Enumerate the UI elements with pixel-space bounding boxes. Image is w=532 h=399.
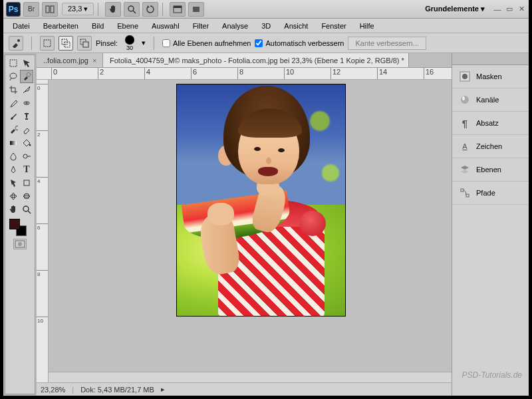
rotate-view-shortcut[interactable] (142, 2, 158, 17)
hand-tool-shortcut[interactable] (105, 2, 121, 17)
refine-edge-button[interactable]: Kante verbessern... (348, 37, 426, 50)
menu-ebene[interactable]: Ebene (110, 20, 145, 32)
document-tabs: ..folia.com.jpg× Fotolia_4004759_M© maks… (37, 53, 452, 68)
healing-tool[interactable] (20, 96, 33, 110)
maximize-button[interactable]: ▭ (505, 5, 514, 14)
zoom-tool-shortcut[interactable] (124, 2, 140, 17)
panel-tabstrip[interactable] (452, 53, 529, 65)
workspace-switcher[interactable]: Grundelemente ▾ (425, 5, 485, 13)
workspace: T ..folia.com.jpg× (3, 53, 529, 396)
pen-tool[interactable] (7, 163, 20, 176)
status-menu-arrow[interactable]: ▸ (161, 385, 165, 394)
screen-mode-button[interactable] (170, 2, 186, 17)
panel-zeichen[interactable]: A Zeichen (452, 135, 529, 158)
type-tool[interactable]: T (20, 163, 33, 176)
svg-rect-23 (24, 180, 29, 186)
svg-point-25 (12, 193, 15, 200)
document-tab-active[interactable]: Fotolia_4004759_M© maks_photo - Fotolia.… (103, 53, 409, 67)
blur-tool[interactable] (7, 150, 20, 163)
status-bar: 23,28% | Dok: 5,43 MB/21,7 MB ▸ (37, 382, 452, 396)
svg-rect-13 (10, 60, 17, 66)
3d-orbit-tool[interactable] (20, 190, 33, 203)
brush-size-value: 30 (126, 45, 133, 51)
slice-tool[interactable] (20, 83, 33, 96)
quick-mask-toggle[interactable] (13, 239, 27, 249)
svg-point-26 (24, 194, 29, 199)
status-docsize: 5,43 MB/21,7 MB (98, 386, 154, 394)
svg-point-14 (10, 73, 17, 78)
menu-ansicht[interactable]: Ansicht (277, 20, 315, 32)
panel-absatz[interactable]: ¶ Absatz (452, 112, 529, 135)
eyedropper-tool[interactable] (7, 96, 20, 110)
menu-filter[interactable]: Filter (186, 20, 215, 32)
vertical-ruler: 0 2 4 6 8 10 (37, 80, 49, 382)
dodge-tool[interactable] (20, 150, 33, 163)
subtract-selection-button[interactable] (77, 36, 92, 51)
panel-masken[interactable]: Masken (452, 65, 529, 88)
brush-tool[interactable] (7, 110, 20, 123)
sample-all-layers-checkbox[interactable]: Alle Ebenen aufnehmen (162, 39, 251, 47)
svg-point-34 (461, 96, 469, 104)
3d-rotate-tool[interactable] (7, 190, 20, 203)
brush-picker[interactable]: Pinsel: 30 ▾ (96, 35, 146, 51)
close-icon[interactable]: × (408, 57, 409, 65)
svg-rect-5 (174, 6, 182, 8)
document-area: ..folia.com.jpg× Fotolia_4004759_M© maks… (37, 53, 452, 396)
menu-bearbeiten[interactable]: Bearbeiten (37, 20, 85, 32)
bucket-tool[interactable] (20, 136, 33, 150)
svg-point-2 (128, 6, 134, 11)
menu-datei[interactable]: Datei (6, 20, 37, 32)
add-selection-button[interactable] (59, 36, 73, 51)
quick-select-tool[interactable] (20, 70, 33, 83)
close-button[interactable]: ✕ (517, 5, 526, 14)
close-icon[interactable]: × (92, 57, 96, 65)
stamp-tool[interactable] (20, 110, 33, 123)
shape-tool[interactable] (20, 176, 33, 190)
menu-auswahl[interactable]: Auswahl (145, 20, 186, 32)
auto-enhance-checkbox[interactable]: Automatisch verbessern (255, 39, 344, 47)
menu-3d[interactable]: 3D (255, 20, 277, 32)
tool-preset-picker[interactable] (9, 36, 23, 51)
minimize-button[interactable]: — (493, 5, 502, 14)
status-zoom[interactable]: 23,28% (41, 386, 65, 394)
paths-icon (459, 187, 471, 199)
svg-point-20 (29, 144, 31, 146)
panel-pfade[interactable]: Pfade (452, 182, 529, 205)
move-tool[interactable] (20, 57, 33, 70)
gradient-tool[interactable] (7, 136, 20, 150)
history-brush-tool[interactable] (7, 123, 20, 136)
bridge-button[interactable]: Br (23, 2, 39, 17)
document-tab[interactable]: ..folia.com.jpg× (37, 53, 103, 67)
brush-label: Pinsel: (96, 39, 118, 47)
svg-rect-6 (193, 7, 200, 12)
menu-bild[interactable]: Bild (85, 20, 110, 32)
new-selection-button[interactable] (40, 36, 55, 51)
svg-rect-1 (51, 6, 54, 13)
marquee-tool[interactable] (7, 57, 20, 70)
panel-kanaele[interactable]: Kanäle (452, 88, 529, 112)
menu-fenster[interactable]: Fenster (315, 20, 352, 32)
eraser-tool[interactable] (20, 123, 33, 136)
svg-point-7 (17, 39, 20, 42)
menu-hilfe[interactable]: Hilfe (353, 20, 381, 32)
foreground-color-swatch[interactable] (9, 219, 20, 229)
crop-tool[interactable] (7, 83, 20, 96)
title-bar: Ps Br 23,3 ▾ Grundelemente ▾ — ▭ ✕ (3, 0, 529, 19)
canvas[interactable] (176, 84, 346, 317)
svg-rect-0 (46, 6, 49, 13)
lasso-tool[interactable] (7, 70, 20, 83)
extras-button[interactable] (188, 2, 204, 17)
toolbox: T (5, 55, 35, 394)
panels-sidebar: Masken Kanäle ¶ Absatz A Zeichen Ebenen … (452, 53, 529, 396)
color-swatches[interactable] (7, 219, 33, 237)
canvas-area[interactable]: 0 2 4 6 8 10 (37, 80, 452, 382)
zoom-percent-dropdown[interactable]: 23,3 ▾ (62, 3, 94, 15)
svg-point-28 (23, 206, 29, 211)
horizontal-scrollbar[interactable] (49, 372, 452, 382)
hand-tool[interactable] (7, 203, 20, 216)
panel-ebenen[interactable]: Ebenen (452, 158, 529, 182)
path-select-tool[interactable] (7, 176, 20, 190)
zoom-tool[interactable] (20, 203, 33, 216)
menu-analyse[interactable]: Analyse (215, 20, 255, 32)
arrange-docs-button[interactable] (42, 2, 58, 17)
